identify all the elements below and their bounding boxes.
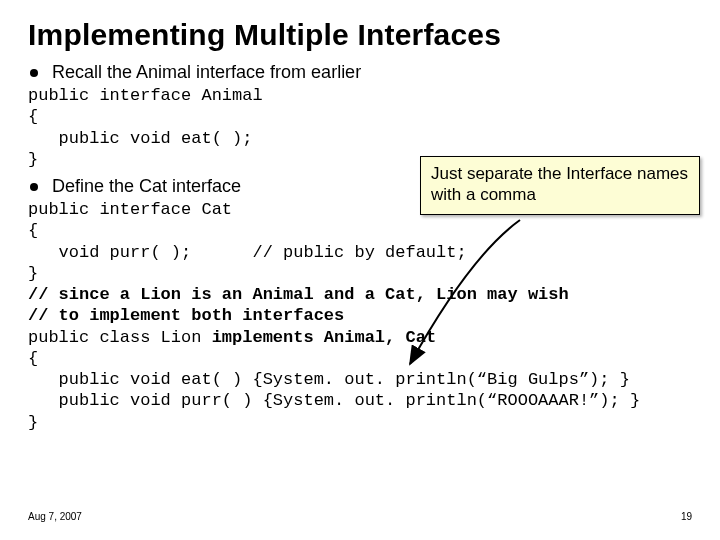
code-line: public void eat( ); [28,129,252,148]
bullet-icon [30,69,38,77]
code-line: { [28,349,38,368]
code-line: { [28,221,38,240]
footer-page-number: 19 [681,511,692,522]
slide-title: Implementing Multiple Interfaces [28,18,692,52]
code-line: public interface Animal [28,86,263,105]
code-line: // to implement both interfaces [28,306,344,325]
code-line: } [28,413,38,432]
code-line: } [28,264,38,283]
code-line: public interface Cat [28,200,232,219]
code-line: public void purr( ) {System. out. printl… [28,391,640,410]
code-line: } [28,150,38,169]
code-line: void purr( ); // public by default; [28,243,467,262]
code-line: public class Lion implements Animal, Cat [28,328,436,347]
callout-box: Just separate the Interface names with a… [420,156,700,215]
code-block-cat: public interface Cat { void purr( ); // … [28,199,692,433]
code-line: { [28,107,38,126]
footer-date: Aug 7, 2007 [28,511,82,522]
bullet-item: Recall the Animal interface from earlier [30,62,692,83]
bullet-text: Recall the Animal interface from earlier [52,62,361,83]
code-line: public void eat( ) {System. out. println… [28,370,630,389]
bullet-icon [30,183,38,191]
slide: Implementing Multiple Interfaces Recall … [0,0,720,540]
code-line: // since a Lion is an Animal and a Cat, … [28,285,569,304]
bullet-text: Define the Cat interface [52,176,241,197]
